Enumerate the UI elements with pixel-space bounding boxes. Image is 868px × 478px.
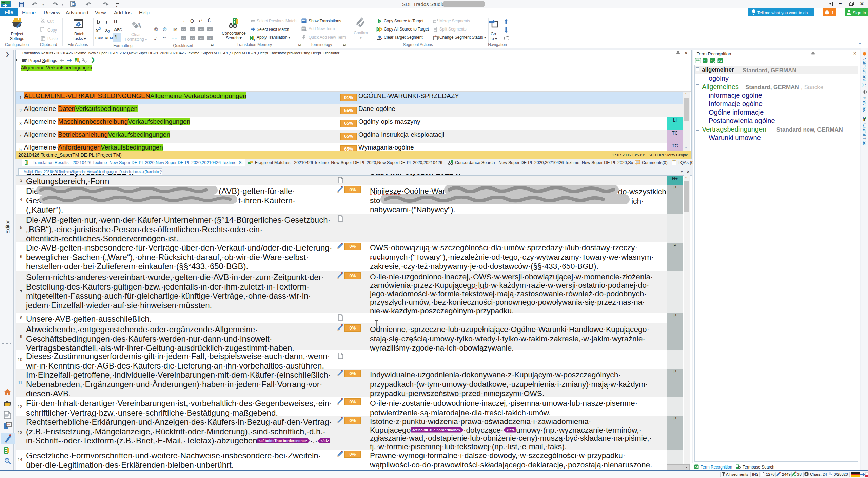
svg-text:A: A bbox=[805, 473, 807, 476]
svg-text:Az: Az bbox=[718, 59, 722, 62]
svg-text:Az: Az bbox=[302, 27, 305, 30]
svg-text:A: A bbox=[136, 21, 142, 29]
svg-text:Az: Az bbox=[695, 465, 698, 469]
svg-text:Az: Az bbox=[302, 19, 305, 22]
svg-text:Az: Az bbox=[703, 59, 707, 62]
